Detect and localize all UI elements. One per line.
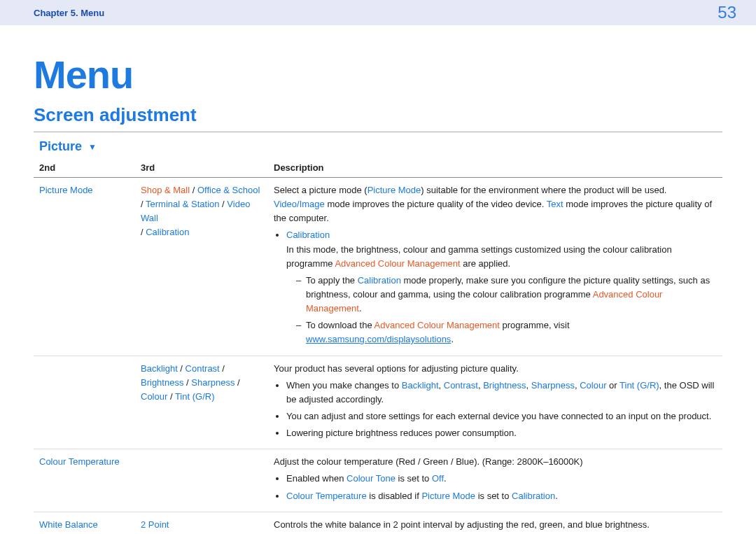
row-colour-temperature: Colour Temperature Adjust the colour tem… <box>34 449 722 512</box>
picture-mode-options: Shop & Mall / Office & School / Terminal… <box>135 178 268 356</box>
group-label: Picture <box>39 139 82 153</box>
d1e: . <box>359 303 362 314</box>
ct-b2f: . <box>555 491 558 501</box>
chevron-down-icon: ▼ <box>88 142 97 152</box>
pm-text1-c: ) suitable for the environment where the… <box>421 185 666 195</box>
row-white-balance-2point: White Balance 2 Point Controls the white… <box>34 512 722 534</box>
calibration-heading: Calibration <box>286 230 330 240</box>
opt-contrast: Contrast <box>186 363 220 374</box>
d2e: . <box>451 334 454 344</box>
bl-b1g: Tint (G/R) <box>620 380 659 391</box>
table-header-row: 2nd 3rd Description <box>34 160 722 178</box>
bl-b1f: Colour <box>580 380 606 391</box>
page-title: Menu <box>34 52 722 97</box>
opt-terminal-station: Terminal & Station <box>146 199 220 209</box>
d1b: Calibration <box>358 275 401 286</box>
picture-mode-label: Picture Mode <box>39 185 93 195</box>
opt-shop-mall: Shop & Mall <box>141 185 190 195</box>
opt-office-school: Office & School <box>197 185 260 195</box>
d1a: To apply the <box>306 275 358 286</box>
ct-b1d: Off <box>432 473 444 484</box>
bl-t1: Your product has several options for adj… <box>274 363 519 374</box>
ct-b2a: Colour Temperature <box>286 491 367 501</box>
row-picture-mode: Picture Mode Shop & Mall / Office & Scho… <box>34 178 722 356</box>
ct-b2c: Picture Mode <box>421 491 475 501</box>
picture-mode-description: Select a picture mode (Picture Mode) sui… <box>268 178 722 356</box>
opt-sharpness: Sharpness <box>191 377 234 388</box>
page-number: 53 <box>718 3 736 22</box>
opt-colour: Colour <box>141 391 167 402</box>
bl-b1b: Backlight <box>402 380 439 391</box>
chapter-label: Chapter 5. Menu <box>34 8 104 18</box>
d2b: Advanced Colour Management <box>374 320 500 330</box>
pm-text-mode: Text <box>547 199 564 209</box>
ct-b1e: . <box>444 473 447 484</box>
ct-b1a: Enabled when <box>286 473 346 484</box>
page-header: Chapter 5. Menu 53 <box>0 0 756 25</box>
bl-b3: Lowering picture brightness reduces powe… <box>286 428 517 438</box>
pm-video-image: Video/Image <box>274 199 325 209</box>
colour-temperature-description: Adjust the colour temperature (Red / Gre… <box>268 449 722 512</box>
ct-t1: Adjust the colour temperature (Red / Gre… <box>274 456 583 467</box>
d2a: To download the <box>306 320 374 330</box>
bl-b1e: Sharpness <box>531 380 575 391</box>
ct-b2b: is disabled if <box>367 491 422 501</box>
menu-table: 2nd 3rd Description Picture Mode Shop & … <box>34 160 722 534</box>
col-header-2nd: 2nd <box>34 160 135 178</box>
bl-b1c: Contrast <box>444 380 478 391</box>
calibration-acm: Advanced Colour Management <box>335 258 460 269</box>
colour-temperature-label: Colour Temperature <box>39 456 120 467</box>
group-header-picture: Picture ▼ <box>39 139 722 154</box>
section-title: Screen adjustment <box>34 104 722 126</box>
pm-text2b: mode improves the picture quality of the… <box>325 199 547 209</box>
samsung-url-link[interactable]: www.samsung.com/displaysolutions <box>306 334 451 344</box>
col-header-description: Description <box>268 160 722 178</box>
ct-b1b: Colour Tone <box>346 473 396 484</box>
ct-b1c: is set to <box>396 473 432 484</box>
opt-calibration: Calibration <box>146 227 189 237</box>
ct-b2e: Calibration <box>512 491 555 501</box>
row-backlight-group: Backlight / Contrast / Brightness / Shar… <box>34 356 722 449</box>
white-balance-label: White Balance <box>39 519 98 530</box>
ct-b2d: is set to <box>475 491 512 501</box>
col-header-3rd: 3rd <box>135 160 268 178</box>
calibration-text3: are applied. <box>461 258 511 269</box>
opt-2-point: 2 Point <box>141 519 169 530</box>
bl-b1a: When you make changes to <box>286 380 402 391</box>
opt-backlight: Backlight <box>141 363 178 374</box>
pm-text1-b: Picture Mode <box>368 185 421 195</box>
pm-text1: Select a picture mode ( <box>274 185 368 195</box>
bl-b2: You can adjust and store settings for ea… <box>286 411 711 421</box>
d2c: programme, visit <box>500 320 570 330</box>
opt-tint: Tint (G/R) <box>175 391 215 402</box>
section-divider <box>34 132 722 132</box>
backlight-description: Your product has several options for adj… <box>268 356 722 449</box>
wb-t1: Controls the white balance in 2 point in… <box>274 519 650 530</box>
backlight-options: Backlight / Contrast / Brightness / Shar… <box>135 356 268 449</box>
bl-b1d: Brightness <box>483 380 526 391</box>
page-content: Menu Screen adjustment Picture ▼ 2nd 3rd… <box>0 25 756 534</box>
opt-brightness: Brightness <box>141 377 183 388</box>
